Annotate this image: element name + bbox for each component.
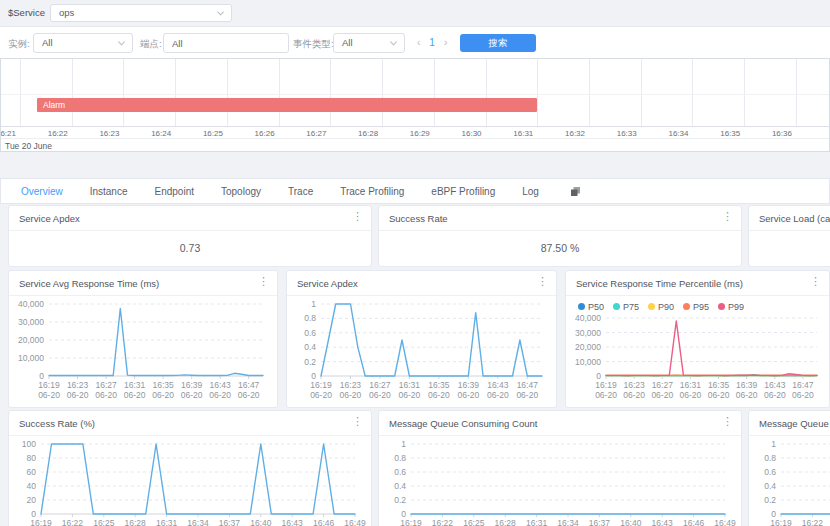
more-options-icon[interactable]: ⋮ [722,210,733,223]
svg-text:06-20: 06-20 [680,390,702,400]
svg-text:16:47: 16:47 [238,380,260,390]
next-page-button[interactable]: › [439,37,452,48]
line-chart-success-rate: 02040608010016:1906-2016:2206-2016:2506-… [9,436,371,526]
timeline-tick-label: 16:33 [599,129,637,138]
legend-label-p95[interactable]: P95 [693,302,709,312]
svg-text:06-20: 06-20 [595,390,617,400]
alarm-bar[interactable]: Alarm [37,98,537,112]
more-options-icon[interactable]: ⋮ [537,275,548,288]
svg-text:16:39: 16:39 [736,380,758,390]
svg-text:06-20: 06-20 [152,390,174,400]
svg-text:06-20: 06-20 [651,390,673,400]
endpoint-input[interactable] [163,33,289,53]
timeline-tick-label: 16:36 [754,129,792,138]
tab-trace[interactable]: Trace [288,186,313,197]
search-button[interactable]: 搜索 [460,34,536,52]
card-title: Message Queue Consuming Count [389,418,537,429]
timeline-tick-label: 16:23 [81,129,119,138]
svg-text:80: 80 [27,453,37,463]
svg-text:16:39: 16:39 [458,380,480,390]
svg-text:06-20: 06-20 [95,390,117,400]
tab-endpoint[interactable]: Endpoint [155,186,194,197]
tab-instance[interactable]: Instance [90,186,128,197]
svg-text:06-20: 06-20 [428,390,450,400]
svg-text:06-20: 06-20 [209,390,231,400]
svg-text:16:19: 16:19 [770,518,792,526]
more-options-icon[interactable]: ⋮ [810,275,821,288]
svg-text:20,000: 20,000 [18,335,44,345]
legend-label-p75[interactable]: P75 [623,302,639,312]
legend-label-p90[interactable]: P90 [658,302,674,312]
svg-text:16:34: 16:34 [187,518,209,526]
timeline-gridline [486,59,487,126]
svg-text:06-20: 06-20 [67,390,89,400]
stat-value [749,231,830,267]
copy-icon[interactable] [570,186,581,197]
svg-text:06-20: 06-20 [399,390,421,400]
dashboard-tabs: OverviewInstanceEndpointTopologyTraceTra… [0,178,830,204]
svg-text:20: 20 [27,495,37,505]
prev-page-button[interactable]: ‹ [412,37,425,48]
chevron-down-icon [217,8,224,15]
svg-text:16:43: 16:43 [210,380,232,390]
svg-text:0.2: 0.2 [394,495,406,505]
svg-text:16:28: 16:28 [125,518,147,526]
instance-select-value: All [42,37,53,48]
timeline-gridline [20,59,21,126]
card-success-rate-stat: Success Rate⋮ 87.50 % [378,205,742,267]
tab-trace-profiling[interactable]: Trace Profiling [340,186,404,197]
legend-label-p99[interactable]: P99 [728,302,744,312]
svg-text:16:43: 16:43 [487,380,509,390]
skywalking-dashboard: $Service ops 实例: All 端点: 事件类型: All ‹1› 搜… [0,0,830,526]
tabs-list: OverviewInstanceEndpointTopologyTraceTra… [21,186,566,197]
tab-log[interactable]: Log [522,186,539,197]
svg-text:06-20: 06-20 [38,390,60,400]
timeline-tick-label: 16:35 [702,129,740,138]
svg-text:16:23: 16:23 [340,380,362,390]
more-options-icon[interactable]: ⋮ [352,415,363,428]
timeline-gridline [123,59,124,126]
svg-text:0.4: 0.4 [394,481,406,491]
svg-text:16:46: 16:46 [313,518,335,526]
svg-text:16:19: 16:19 [310,380,332,390]
svg-text:16:35: 16:35 [152,380,174,390]
legend-dot-p50 [578,303,585,310]
timeline-tick-label: 16:32 [547,129,585,138]
timeline-gridline [227,59,228,126]
svg-text:06-20: 06-20 [310,390,332,400]
svg-text:16:43: 16:43 [652,518,674,526]
card-mq-consuming-count: Message Queue Consuming Count⋮ 00.20.40.… [378,410,742,526]
service-select-value: ops [59,7,74,18]
svg-text:100: 100 [22,439,36,449]
svg-text:16:19: 16:19 [595,380,617,390]
timeline-tick-label: 16:26 [237,129,275,138]
percentile-legend: P50 P75 P90 P95 P99 [578,299,753,314]
event-timeline: 16:2116:2216:2316:2416:2516:2616:2716:28… [0,58,830,152]
legend-label-p50[interactable]: P50 [588,302,604,312]
svg-text:06-20: 06-20 [516,390,538,400]
current-page[interactable]: 1 [425,37,439,48]
svg-text:16:27: 16:27 [652,380,674,390]
svg-text:40,000: 40,000 [18,299,44,309]
svg-text:16:40: 16:40 [250,518,272,526]
event-type-select[interactable]: All [333,33,405,53]
more-options-icon[interactable]: ⋮ [258,275,269,288]
card-title: Service Apdex [297,278,358,289]
service-select[interactable]: ops [50,4,232,22]
card-title: Service Avg Response Time (ms) [19,278,159,289]
svg-text:16:25: 16:25 [463,518,485,526]
svg-text:0.2: 0.2 [304,357,316,367]
tab-ebpf-profiling[interactable]: eBPF Profiling [431,186,495,197]
legend-dot-p90 [648,303,655,310]
timeline-tick-label: 16:28 [340,129,378,138]
legend-dot-p75 [613,303,620,310]
card-title: Message Queue Avg Co [759,418,830,429]
instance-select[interactable]: All [33,33,133,53]
more-options-icon[interactable]: ⋮ [722,415,733,428]
more-options-icon[interactable]: ⋮ [352,210,363,223]
tab-overview[interactable]: Overview [21,186,63,197]
svg-text:06-20: 06-20 [340,390,362,400]
tab-topology[interactable]: Topology [221,186,261,197]
instance-label: 实例: [8,38,30,51]
svg-text:16:35: 16:35 [708,380,730,390]
